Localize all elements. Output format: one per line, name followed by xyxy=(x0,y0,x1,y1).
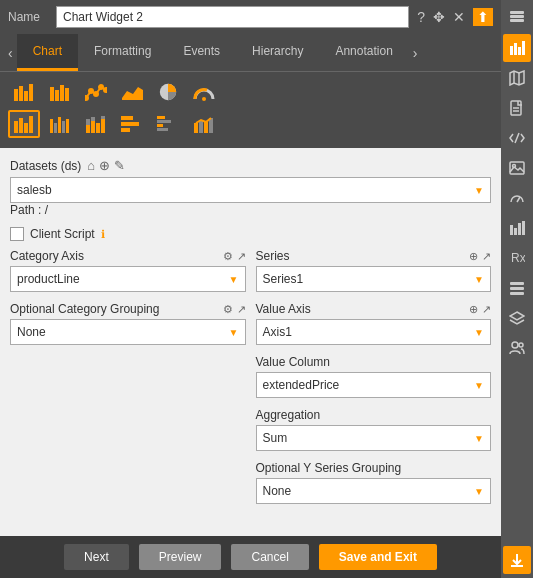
tab-formatting[interactable]: Formatting xyxy=(78,34,167,71)
widget-title-input[interactable] xyxy=(56,6,409,28)
value-column-group: Value Column extendedPrice ▼ xyxy=(256,355,492,398)
collapse-icon[interactable]: ⬆ xyxy=(473,8,493,26)
chart-type-bar-selected[interactable] xyxy=(8,110,40,138)
client-script-info-icon: ℹ xyxy=(101,228,105,241)
client-script-checkbox[interactable] xyxy=(10,227,24,241)
svg-rect-35 xyxy=(157,120,171,123)
tab-events[interactable]: Events xyxy=(167,34,236,71)
svg-rect-64 xyxy=(510,282,524,285)
svg-rect-26 xyxy=(91,121,95,133)
right-sidebar: Rx xyxy=(501,0,533,578)
chart-type-line[interactable] xyxy=(80,78,112,106)
svg-rect-6 xyxy=(60,85,64,101)
tab-nav-right[interactable]: › xyxy=(409,37,422,69)
category-axis-label: Category Axis xyxy=(10,249,84,263)
value-column-select[interactable]: extendedPrice ▼ xyxy=(256,372,492,398)
sidebar-list-icon[interactable] xyxy=(503,274,531,302)
preview-button[interactable]: Preview xyxy=(139,544,222,570)
aggregation-group: Aggregation Sum ▼ xyxy=(256,408,492,451)
value-axis-label-row: Value Axis ⊕ ↗ xyxy=(256,302,492,316)
svg-rect-23 xyxy=(66,119,69,133)
datasets-add-icon[interactable]: ⊕ xyxy=(99,158,110,173)
datasets-icons: ⌂ ⊕ ✎ xyxy=(87,158,125,173)
path-row: Path : / xyxy=(10,203,491,217)
svg-rect-48 xyxy=(522,41,525,55)
tab-hierarchy[interactable]: Hierarchy xyxy=(236,34,319,71)
optional-cat-settings-icon[interactable]: ⚙ xyxy=(223,303,233,316)
value-axis-add-icon[interactable]: ⊕ xyxy=(469,303,478,316)
svg-rect-30 xyxy=(101,116,105,119)
category-axis-arrow-icon[interactable]: ↗ xyxy=(237,250,246,263)
svg-rect-16 xyxy=(19,118,23,133)
chart-type-bar-h2[interactable] xyxy=(152,110,184,138)
chart-icons-area xyxy=(0,72,501,148)
value-axis-select[interactable]: Axis1 ▼ xyxy=(256,319,492,345)
tab-nav-left[interactable]: ‹ xyxy=(4,37,17,69)
close-icon[interactable]: ✕ xyxy=(453,9,465,25)
sidebar-bar-chart-icon[interactable] xyxy=(503,214,531,242)
series-arrow-icon[interactable]: ↗ xyxy=(482,250,491,263)
series-label-row: Series ⊕ ↗ xyxy=(256,249,492,263)
svg-rect-3 xyxy=(29,84,33,101)
sidebar-image-icon[interactable] xyxy=(503,154,531,182)
chart-type-grouped-bar[interactable] xyxy=(44,110,76,138)
sidebar-download-icon[interactable] xyxy=(503,546,531,574)
datasets-home-icon[interactable]: ⌂ xyxy=(87,158,95,173)
svg-rect-4 xyxy=(50,87,54,101)
svg-rect-37 xyxy=(157,128,168,131)
sidebar-table-icon[interactable] xyxy=(503,4,531,32)
series-arrow: ▼ xyxy=(474,274,484,285)
next-button[interactable]: Next xyxy=(64,544,129,570)
svg-rect-47 xyxy=(518,47,521,55)
category-axis-group: Category Axis ⚙ ↗ productLine ▼ xyxy=(10,249,246,292)
svg-point-9 xyxy=(89,89,93,93)
tab-chart[interactable]: Chart xyxy=(17,34,78,71)
sidebar-layers-icon[interactable] xyxy=(503,304,531,332)
cancel-button[interactable]: Cancel xyxy=(231,544,308,570)
save-exit-button[interactable]: Save and Exit xyxy=(319,544,437,570)
sidebar-code-icon[interactable] xyxy=(503,124,531,152)
svg-rect-29 xyxy=(101,119,105,133)
tab-annotation[interactable]: Annotation xyxy=(319,34,408,71)
svg-rect-42 xyxy=(510,11,524,14)
optional-cat-arrow: ▼ xyxy=(229,327,239,338)
sidebar-gauge-icon[interactable] xyxy=(503,184,531,212)
series-add-icon[interactable]: ⊕ xyxy=(469,250,478,263)
chart-type-combined[interactable] xyxy=(188,110,220,138)
chart-type-bar2[interactable] xyxy=(44,78,76,106)
optional-y-select[interactable]: None ▼ xyxy=(256,478,492,504)
aggregation-select[interactable]: Sum ▼ xyxy=(256,425,492,451)
sidebar-document-icon[interactable] xyxy=(503,94,531,122)
category-axis-settings-icon[interactable]: ⚙ xyxy=(223,250,233,263)
move-icon[interactable]: ✥ xyxy=(433,9,445,25)
series-value: Series1 xyxy=(263,272,304,286)
chart-type-bar-horizontal[interactable] xyxy=(116,110,148,138)
svg-rect-66 xyxy=(510,292,524,295)
sidebar-formula-icon[interactable]: Rx xyxy=(503,244,531,272)
help-icon[interactable]: ? xyxy=(417,9,425,25)
value-axis-arrow-icon[interactable]: ↗ xyxy=(482,303,491,316)
sidebar-chart-icon[interactable] xyxy=(503,34,531,62)
chart-type-pie[interactable] xyxy=(152,78,184,106)
datasets-group: Datasets (ds) ⌂ ⊕ ✎ salesb ▼ Path : / xyxy=(10,158,491,217)
value-axis-label: Value Axis xyxy=(256,302,311,316)
svg-rect-27 xyxy=(91,117,95,121)
sidebar-users-icon[interactable] xyxy=(503,334,531,362)
category-axis-select[interactable]: productLine ▼ xyxy=(10,266,246,292)
optional-cat-arrow-icon[interactable]: ↗ xyxy=(237,303,246,316)
chart-type-area[interactable] xyxy=(116,78,148,106)
datasets-select[interactable]: salesb ▼ xyxy=(10,177,491,203)
datasets-label: Datasets (ds) xyxy=(10,159,81,173)
chart-type-stacked-bar[interactable] xyxy=(80,110,112,138)
chart-type-bar[interactable] xyxy=(8,78,40,106)
optional-cat-group: Optional Category Grouping ⚙ ↗ None ▼ xyxy=(10,302,246,345)
datasets-edit-icon[interactable]: ✎ xyxy=(114,158,125,173)
sidebar-map-icon[interactable] xyxy=(503,64,531,92)
svg-rect-20 xyxy=(54,123,57,133)
svg-rect-43 xyxy=(510,15,524,18)
chart-type-gauge[interactable] xyxy=(188,78,220,106)
series-icons: ⊕ ↗ xyxy=(469,250,491,263)
series-select[interactable]: Series1 ▼ xyxy=(256,266,492,292)
optional-cat-select[interactable]: None ▼ xyxy=(10,319,246,345)
value-axis-group: Value Axis ⊕ ↗ Axis1 ▼ xyxy=(256,302,492,345)
